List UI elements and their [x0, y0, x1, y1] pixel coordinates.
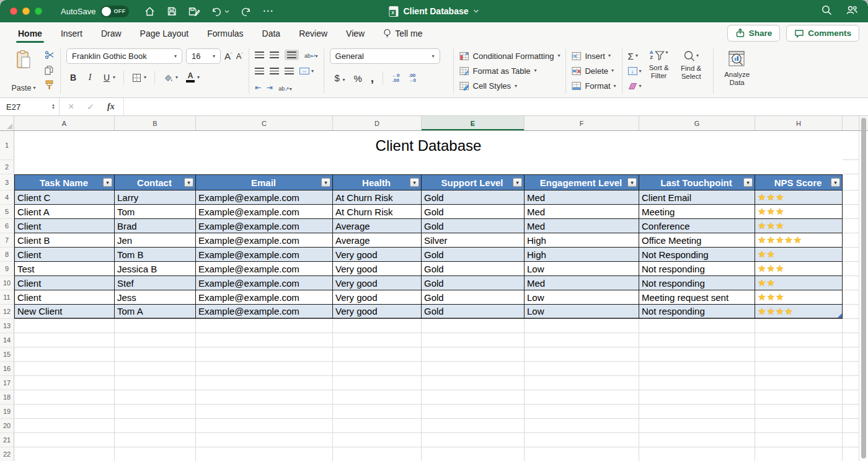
filter-button[interactable]: ▾: [743, 178, 753, 187]
tab-insert[interactable]: Insert: [60, 24, 84, 43]
cell-extra-9[interactable]: [843, 262, 859, 276]
cell-D11[interactable]: Very good: [333, 290, 422, 305]
decrease-indent-icon[interactable]: ⇤: [255, 83, 261, 92]
filter-button[interactable]: ▾: [513, 178, 522, 187]
cell-G16[interactable]: [639, 362, 755, 376]
tab-draw[interactable]: Draw: [100, 24, 123, 43]
cell-G14[interactable]: [639, 333, 755, 347]
cell-F21[interactable]: [525, 433, 639, 447]
cell-F17[interactable]: [525, 376, 639, 390]
cell-H2[interactable]: [755, 160, 843, 174]
align-left-icon[interactable]: [255, 68, 264, 74]
tab-review[interactable]: Review: [298, 24, 329, 43]
vertical-scrollbar[interactable]: [861, 118, 866, 459]
cell-C17[interactable]: [196, 376, 333, 390]
grow-font-button[interactable]: Aˆ: [224, 51, 232, 61]
column-header-F[interactable]: F: [525, 116, 639, 130]
cell-D14[interactable]: [333, 333, 422, 347]
percent-button[interactable]: %: [353, 73, 361, 84]
cell-C9[interactable]: Example@example.com: [196, 262, 333, 276]
cell-H19[interactable]: [755, 405, 843, 419]
cell-B19[interactable]: [115, 405, 196, 419]
cell-D6[interactable]: Average: [333, 219, 422, 233]
cell-D19[interactable]: [333, 405, 422, 419]
save-icon[interactable]: [166, 6, 177, 17]
cell-B12[interactable]: Tom A: [115, 305, 196, 319]
cell-C3[interactable]: Email▾: [196, 174, 333, 190]
cut-button[interactable]: [45, 50, 55, 62]
cell-E8[interactable]: Gold: [422, 248, 525, 262]
align-top-icon[interactable]: [255, 51, 264, 58]
cell-F6[interactable]: Med: [525, 219, 639, 233]
cell-E2[interactable]: [422, 160, 525, 174]
cell-F12[interactable]: Low: [525, 305, 639, 319]
column-header-A[interactable]: A: [14, 116, 115, 130]
column-header-G[interactable]: G: [639, 116, 755, 130]
cell-C15[interactable]: [196, 347, 333, 362]
cell-G17[interactable]: [639, 376, 755, 390]
shrink-font-button[interactable]: Aˇ: [236, 51, 243, 61]
row-header-15[interactable]: 15: [0, 347, 14, 362]
cell-A21[interactable]: [14, 433, 115, 447]
format-painter-button[interactable]: [45, 80, 55, 92]
cell-C21[interactable]: [196, 433, 333, 447]
cell-D2[interactable]: [333, 160, 422, 174]
cell-H17[interactable]: [755, 376, 843, 390]
row-header-17[interactable]: 17: [0, 376, 14, 390]
cell-D9[interactable]: Very good: [333, 262, 422, 276]
cell-extra-16[interactable]: [843, 362, 859, 376]
row-header-14[interactable]: 14: [0, 333, 14, 347]
cell-extra-22[interactable]: [843, 447, 859, 461]
cell-E18[interactable]: [422, 390, 525, 405]
cell-D22[interactable]: [333, 447, 422, 461]
cell-A20[interactable]: [14, 419, 115, 433]
cell-H15[interactable]: [755, 347, 843, 362]
cell-H3[interactable]: NPS Score▾: [755, 174, 843, 190]
cell-F14[interactable]: [525, 333, 639, 347]
cell-B20[interactable]: [115, 419, 196, 433]
cell-D5[interactable]: At Churn Risk: [333, 205, 422, 219]
cell-F4[interactable]: Med: [525, 190, 639, 205]
autosave-toggle[interactable]: OFF: [100, 6, 129, 17]
filter-button[interactable]: ▾: [831, 178, 840, 187]
minimize-button[interactable]: [22, 7, 30, 15]
cell-H14[interactable]: [755, 333, 843, 347]
cell-C7[interactable]: Example@example.com: [196, 233, 333, 248]
cell-A19[interactable]: [14, 405, 115, 419]
search-icon[interactable]: [821, 4, 832, 18]
cell-F9[interactable]: Low: [525, 262, 639, 276]
cell-A4[interactable]: Client C: [14, 190, 115, 205]
cell-G18[interactable]: [639, 390, 755, 405]
cell-B3[interactable]: Contact▾: [115, 174, 196, 190]
cell-H4[interactable]: ★★★: [755, 190, 843, 205]
sort-filter-button[interactable]: AZ ▾ Sort & Filter: [643, 48, 675, 94]
cell-extra-19[interactable]: [843, 405, 859, 419]
cell-H22[interactable]: [755, 447, 843, 461]
cell-D18[interactable]: [333, 390, 422, 405]
cell-extra-8[interactable]: [843, 248, 859, 262]
cell-extra-13[interactable]: [843, 319, 859, 333]
cell-E4[interactable]: Gold: [422, 190, 525, 205]
cell-C16[interactable]: [196, 362, 333, 376]
conditional-formatting-button[interactable]: Conditional Formatting▾: [459, 48, 560, 63]
cell-G4[interactable]: Client Email: [639, 190, 755, 205]
cell-G7[interactable]: Office Meeting: [639, 233, 755, 248]
name-box-stepper[interactable]: ▲▼: [51, 104, 55, 110]
row-header-8[interactable]: 8: [0, 248, 14, 262]
cell-D15[interactable]: [333, 347, 422, 362]
cell-E14[interactable]: [422, 333, 525, 347]
format-as-table-button[interactable]: Format as Table▾: [459, 63, 560, 78]
row-header-11[interactable]: 11: [0, 290, 14, 305]
home-icon[interactable]: [144, 6, 156, 17]
cell-C19[interactable]: [196, 405, 333, 419]
row-header-21[interactable]: 21: [0, 433, 14, 447]
cell-B11[interactable]: Jess: [115, 290, 196, 305]
comma-style-button[interactable]: ,: [371, 75, 374, 81]
cell-B21[interactable]: [115, 433, 196, 447]
cell-F5[interactable]: Med: [525, 205, 639, 219]
cell-B10[interactable]: Stef: [115, 276, 196, 290]
cell-H21[interactable]: [755, 433, 843, 447]
cell-A22[interactable]: [14, 447, 115, 461]
cell-B6[interactable]: Brad: [115, 219, 196, 233]
cell-B13[interactable]: [115, 319, 196, 333]
